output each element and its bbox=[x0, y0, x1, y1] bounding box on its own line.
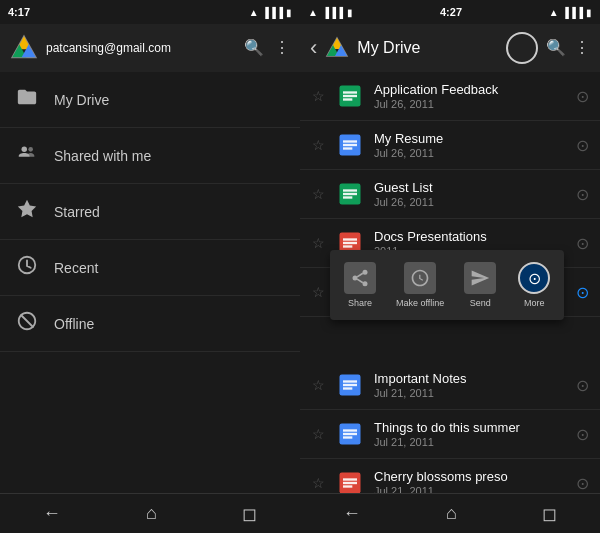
file-date-7: Jul 21, 2011 bbox=[374, 436, 572, 448]
right-panel: ▲ ▐▐▐ ▮ 4:27 ▲ ▐▐▐ ▮ ‹ My Drive 🔍 ⋮ ☆ bbox=[300, 0, 600, 533]
search-button-left[interactable]: 🔍 bbox=[244, 40, 264, 56]
status-icons-right: ▲ ▐▐▐ ▮ bbox=[549, 7, 592, 18]
context-menu-share[interactable]: Share bbox=[334, 258, 386, 312]
expand-icon-4[interactable]: ⊙ bbox=[572, 234, 592, 253]
file-icon-7 bbox=[334, 418, 366, 450]
file-info-3: Guest List Jul 26, 2011 bbox=[374, 180, 572, 209]
list-item[interactable]: ☆ Guest List Jul 26, 2011 ⊙ bbox=[300, 170, 600, 219]
list-item[interactable]: ☆ Cherry blossoms preso Jul 21, 2011 ⊙ bbox=[300, 459, 600, 493]
file-icon-8 bbox=[334, 467, 366, 493]
list-item[interactable]: ☆ Meeting notes Jul 21, 2011 ⊙ bbox=[300, 268, 600, 317]
svg-line-8 bbox=[20, 314, 33, 327]
header-icons-left: 🔍 ⋮ bbox=[244, 40, 290, 56]
sidebar-item-offline[interactable]: Offline bbox=[0, 296, 300, 352]
status-bar-left: 4:17 ▲ ▐▐▐ ▮ bbox=[0, 0, 300, 24]
more-label: More bbox=[524, 298, 545, 308]
home-button-left[interactable]: ⌂ bbox=[146, 503, 157, 524]
file-info-1: Application Feedback Jul 26, 2011 bbox=[374, 82, 572, 111]
header-right: ‹ My Drive 🔍 ⋮ bbox=[300, 24, 600, 72]
recents-button-right[interactable]: ◻ bbox=[542, 503, 557, 525]
signal-icon-right: ▐▐▐ bbox=[322, 7, 343, 18]
file-date-1: Jul 26, 2011 bbox=[374, 98, 572, 110]
svg-rect-27 bbox=[343, 242, 357, 244]
star-toggle-5[interactable]: ☆ bbox=[308, 284, 328, 300]
sidebar-item-shared-with-me[interactable]: Shared with me bbox=[0, 128, 300, 184]
file-name-3: Guest List bbox=[374, 180, 572, 197]
send-icon bbox=[464, 262, 496, 294]
star-toggle-4[interactable]: ☆ bbox=[308, 235, 328, 251]
context-menu-send[interactable]: Send bbox=[454, 258, 506, 312]
search-button-right[interactable]: 🔍 bbox=[546, 40, 566, 56]
bottom-bar-right: ← ⌂ ◻ bbox=[300, 493, 600, 533]
svg-rect-47 bbox=[343, 478, 357, 480]
svg-rect-26 bbox=[343, 238, 357, 240]
svg-rect-28 bbox=[343, 245, 352, 247]
user-email: patcansing@gmail.com bbox=[46, 41, 236, 55]
star-toggle-3[interactable]: ☆ bbox=[308, 186, 328, 202]
back-chevron[interactable]: ‹ bbox=[310, 35, 317, 61]
file-list: ☆ Application Feedback Jul 26, 2011 ⊙ ☆ bbox=[300, 72, 600, 493]
wifi-icon-left: ▲ bbox=[249, 7, 259, 18]
file-name-7: Things to do this summer bbox=[374, 420, 572, 437]
list-item[interactable]: ☆ Important Notes Jul 21, 2011 ⊙ bbox=[300, 361, 600, 410]
svg-rect-14 bbox=[343, 91, 357, 93]
sidebar-item-my-drive[interactable]: My Drive bbox=[0, 72, 300, 128]
star-toggle-1[interactable]: ☆ bbox=[308, 88, 328, 104]
time-left: 4:17 bbox=[8, 6, 30, 18]
list-item[interactable]: ☆ Things to do this summer Jul 21, 2011 … bbox=[300, 410, 600, 459]
offline-label: Offline bbox=[54, 316, 94, 332]
svg-rect-18 bbox=[343, 140, 357, 142]
expand-icon-5[interactable]: ⊙ bbox=[572, 283, 592, 302]
svg-rect-45 bbox=[343, 436, 352, 438]
share-icon bbox=[344, 262, 376, 294]
expand-icon-6[interactable]: ⊙ bbox=[572, 376, 592, 395]
my-drive-label: My Drive bbox=[54, 92, 109, 108]
svg-rect-44 bbox=[343, 433, 357, 435]
back-button-left[interactable]: ← bbox=[43, 503, 61, 524]
svg-line-37 bbox=[357, 279, 363, 283]
svg-point-6 bbox=[28, 147, 33, 152]
status-icons-left: ▲ ▐▐▐ ▮ bbox=[249, 7, 292, 18]
make-offline-icon bbox=[404, 262, 436, 294]
file-info-8: Cherry blossoms preso Jul 21, 2011 bbox=[374, 469, 572, 493]
star-toggle-7[interactable]: ☆ bbox=[308, 426, 328, 442]
signal-icon-left: ▐▐▐ bbox=[262, 7, 283, 18]
recent-label: Recent bbox=[54, 260, 98, 276]
sidebar-item-starred[interactable]: Starred bbox=[0, 184, 300, 240]
svg-point-5 bbox=[22, 147, 28, 153]
make-offline-label: Make offline bbox=[396, 298, 444, 308]
file-name-6: Important Notes bbox=[374, 371, 572, 388]
file-info-6: Important Notes Jul 21, 2011 bbox=[374, 371, 572, 400]
left-panel: 4:17 ▲ ▐▐▐ ▮ patcansing@gmail.com 🔍 ⋮ My bbox=[0, 0, 300, 533]
back-button-right[interactable]: ← bbox=[343, 503, 361, 524]
recents-button-left[interactable]: ◻ bbox=[242, 503, 257, 525]
expand-icon-8[interactable]: ⊙ bbox=[572, 474, 592, 493]
more-button-left[interactable]: ⋮ bbox=[274, 40, 290, 56]
file-date-6: Jul 21, 2011 bbox=[374, 387, 572, 399]
signal2-icon-right: ▐▐▐ bbox=[562, 7, 583, 18]
star-icon-nav bbox=[16, 198, 38, 225]
expand-icon-1[interactable]: ⊙ bbox=[572, 87, 592, 106]
more-button-right[interactable]: ⋮ bbox=[574, 40, 590, 56]
sidebar-item-recent[interactable]: Recent bbox=[0, 240, 300, 296]
list-item[interactable]: ☆ Application Feedback Jul 26, 2011 ⊙ bbox=[300, 72, 600, 121]
home-button-right[interactable]: ⌂ bbox=[446, 503, 457, 524]
star-toggle-8[interactable]: ☆ bbox=[308, 475, 328, 491]
context-menu-offline[interactable]: Make offline bbox=[388, 258, 452, 312]
svg-rect-41 bbox=[343, 387, 352, 389]
star-toggle-6[interactable]: ☆ bbox=[308, 377, 328, 393]
file-icon-3 bbox=[334, 178, 366, 210]
context-menu-more[interactable]: ⊙ More bbox=[508, 258, 560, 312]
svg-rect-49 bbox=[343, 485, 352, 487]
expand-icon-7[interactable]: ⊙ bbox=[572, 425, 592, 444]
file-date-8: Jul 21, 2011 bbox=[374, 485, 572, 493]
list-item[interactable]: ☆ My Resume Jul 26, 2011 ⊙ bbox=[300, 121, 600, 170]
time-right: 4:27 bbox=[440, 6, 462, 18]
profile-circle[interactable] bbox=[506, 32, 538, 64]
context-menu: Share Make offline Send ⊙ bbox=[330, 250, 564, 320]
expand-icon-3[interactable]: ⊙ bbox=[572, 185, 592, 204]
svg-rect-19 bbox=[343, 144, 357, 146]
expand-icon-2[interactable]: ⊙ bbox=[572, 136, 592, 155]
share-label: Share bbox=[348, 298, 372, 308]
star-toggle-2[interactable]: ☆ bbox=[308, 137, 328, 153]
